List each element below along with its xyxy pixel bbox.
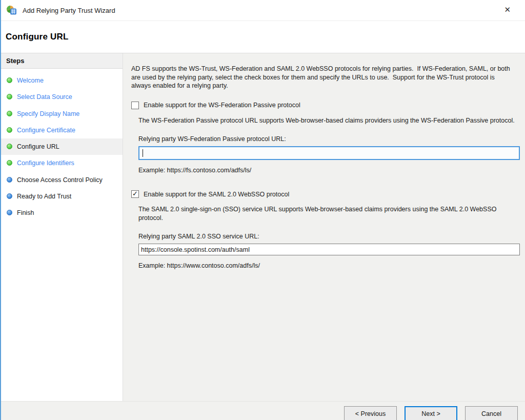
sidebar-item-configure-certificate[interactable]: Configure Certificate bbox=[1, 122, 123, 138]
steps-sidebar: Steps WelcomeSelect Data SourceSpecify D… bbox=[1, 53, 123, 401]
wsfed-enable-checkbox[interactable]: ✓ bbox=[131, 102, 139, 109]
step-label: Configure Certificate bbox=[17, 126, 75, 134]
sidebar-item-choose-access-control-policy: Choose Access Control Policy bbox=[1, 172, 123, 188]
wsfed-url-input[interactable] bbox=[138, 146, 520, 160]
wizard-body: Steps WelcomeSelect Data SourceSpecify D… bbox=[1, 53, 525, 401]
step-label: Configure URL bbox=[17, 143, 59, 151]
saml-section: The SAML 2.0 single-sign-on (SSO) servic… bbox=[138, 205, 519, 269]
step-bullet-icon bbox=[7, 77, 12, 83]
window-title: Add Relying Party Trust Wizard bbox=[23, 7, 115, 14]
wsfed-url-label: Relying party WS-Federation Passive prot… bbox=[138, 135, 519, 143]
close-icon[interactable]: ✕ bbox=[504, 6, 511, 13]
intro-text: AD FS supports the WS-Trust, WS-Federati… bbox=[131, 65, 516, 90]
wsfed-example-text: Example: https://fs.contoso.com/adfs/ls/ bbox=[138, 167, 519, 174]
wsfed-enable-row[interactable]: ✓ Enable support for the WS-Federation P… bbox=[131, 102, 519, 109]
step-label: Specify Display Name bbox=[17, 110, 79, 118]
sidebar-item-welcome[interactable]: Welcome bbox=[1, 72, 123, 89]
step-bullet-icon bbox=[7, 160, 12, 166]
steps-list: WelcomeSelect Data SourceSpecify Display… bbox=[1, 69, 123, 221]
step-label: Select Data Source bbox=[17, 93, 72, 101]
saml-example-text: Example: https://www.contoso.com/adfs/ls… bbox=[138, 262, 519, 269]
titlebar: Add Relying Party Trust Wizard ✕ bbox=[1, 0, 525, 21]
wsfed-enable-label[interactable]: Enable support for the WS-Federation Pas… bbox=[144, 102, 300, 109]
step-label: Configure Identifiers bbox=[17, 159, 74, 167]
next-button[interactable]: Next > bbox=[405, 406, 457, 420]
step-bullet-icon bbox=[7, 193, 12, 199]
sidebar-item-configure-identifiers[interactable]: Configure Identifiers bbox=[1, 155, 123, 171]
step-bullet-icon bbox=[7, 177, 12, 183]
sidebar-item-finish: Finish bbox=[1, 205, 123, 221]
previous-button[interactable]: < Previous bbox=[344, 406, 397, 420]
saml-enable-checkbox[interactable]: ✓ bbox=[131, 190, 139, 198]
step-label: Finish bbox=[17, 209, 34, 217]
wsfed-description: The WS-Federation Passive protocol URL s… bbox=[138, 116, 519, 125]
sidebar-item-specify-display-name[interactable]: Specify Display Name bbox=[1, 106, 123, 122]
step-bullet-icon bbox=[7, 144, 12, 149]
step-bullet-icon bbox=[7, 210, 12, 215]
steps-header: Steps bbox=[1, 53, 123, 69]
page-title: Configure URL bbox=[6, 32, 69, 42]
saml-url-value: https://console.spotinst.com/auth/saml bbox=[141, 246, 250, 253]
step-bullet-icon bbox=[7, 127, 12, 133]
sidebar-item-ready-to-add-trust: Ready to Add Trust bbox=[1, 188, 123, 205]
saml-description: The SAML 2.0 single-sign-on (SSO) servic… bbox=[138, 205, 519, 222]
sidebar-item-select-data-source[interactable]: Select Data Source bbox=[1, 89, 123, 105]
step-label: Ready to Add Trust bbox=[17, 192, 71, 201]
saml-url-label: Relying party SAML 2.0 SSO service URL: bbox=[138, 233, 519, 240]
text-cursor bbox=[143, 149, 143, 157]
footer-button-bar: < Previous Next > Cancel bbox=[1, 401, 525, 420]
checkmark-icon: ✓ bbox=[132, 190, 138, 197]
wizard-content: AD FS supports the WS-Trust, WS-Federati… bbox=[123, 53, 525, 401]
wsfed-section: The WS-Federation Passive protocol URL s… bbox=[138, 116, 519, 174]
cancel-button[interactable]: Cancel bbox=[465, 406, 518, 420]
step-label: Welcome bbox=[17, 76, 44, 85]
sidebar-item-configure-url: Configure URL bbox=[1, 138, 123, 155]
adfs-wizard-icon bbox=[6, 5, 18, 15]
page-header: Configure URL bbox=[1, 21, 525, 52]
saml-url-input[interactable]: https://console.spotinst.com/auth/saml bbox=[138, 244, 520, 255]
saml-enable-row[interactable]: ✓ Enable support for the SAML 2.0 WebSSO… bbox=[131, 190, 519, 198]
step-bullet-icon bbox=[7, 94, 12, 99]
step-label: Choose Access Control Policy bbox=[17, 176, 103, 184]
step-bullet-icon bbox=[7, 111, 12, 116]
saml-enable-label[interactable]: Enable support for the SAML 2.0 WebSSO p… bbox=[144, 191, 289, 198]
